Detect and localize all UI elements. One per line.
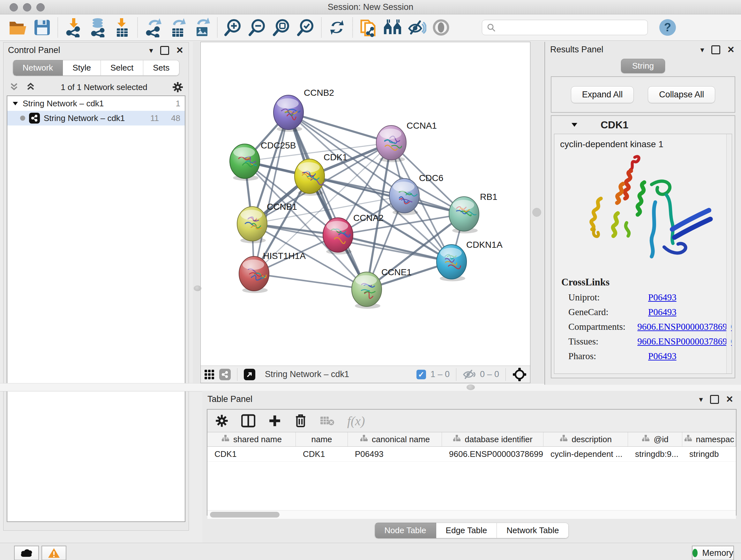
right-splitter-knob[interactable]	[532, 208, 541, 217]
network-node-CDC25B[interactable]	[230, 144, 260, 181]
crosslink-link[interactable]: P06493	[648, 351, 677, 361]
network-node-HIST1H1A[interactable]	[239, 256, 269, 293]
column-header-database-identifier[interactable]: database identifier	[442, 432, 543, 446]
network-node-CDKN1A[interactable]	[436, 245, 467, 281]
expand-all-button[interactable]: Expand All	[571, 86, 634, 103]
tab-select[interactable]: Select	[101, 60, 143, 76]
tab-network-table[interactable]: Network Table	[497, 523, 569, 538]
network-edge-CCNB2-HIST1H1A[interactable]	[254, 112, 288, 273]
minimize-window-button[interactable]	[23, 3, 31, 11]
export-table-button[interactable]	[165, 16, 190, 39]
table-cell[interactable]: CDK1	[207, 447, 296, 461]
string-docs-button[interactable]	[356, 16, 381, 39]
network-canvas[interactable]: CCNB2CCNA1CDC25BCDK1CDC6RB1CCNB1CCNA2CDK…	[201, 42, 530, 366]
delete-table-icon[interactable]	[320, 415, 334, 427]
zoom-fit-button[interactable]	[269, 16, 293, 39]
control-panel-float-button[interactable]: ▾	[149, 46, 153, 55]
results-scrollbar[interactable]	[726, 134, 731, 374]
column-header-namespac[interactable]: namespac	[682, 432, 736, 446]
network-edge-CCNB2-CCNE1[interactable]	[288, 112, 367, 289]
home-ontology-button[interactable]	[381, 16, 405, 39]
table-settings-gear-icon[interactable]	[215, 414, 228, 428]
cloud-status-button[interactable]	[14, 546, 39, 560]
add-column-icon[interactable]	[268, 414, 281, 428]
control-panel-close-button[interactable]: ✕	[176, 45, 184, 56]
table-panel-float-button[interactable]: ▾	[699, 395, 703, 404]
zoom-out-button[interactable]	[245, 16, 269, 39]
results-panel-float-button[interactable]: ▾	[700, 45, 704, 54]
scrollbar-thumb[interactable]	[210, 512, 280, 517]
detach-view-icon[interactable]	[244, 369, 255, 380]
import-table-button[interactable]	[110, 16, 134, 39]
zoom-in-button[interactable]	[221, 16, 245, 39]
window-controls[interactable]	[10, 3, 45, 11]
memory-button[interactable]: Memory	[692, 546, 734, 560]
grid-view-icon[interactable]	[204, 369, 215, 380]
tab-string[interactable]: String	[621, 59, 665, 73]
zoom-selected-button[interactable]	[293, 16, 318, 39]
table-cell[interactable]: CDK1	[296, 447, 348, 461]
tab-sets[interactable]: Sets	[143, 60, 179, 76]
bird-eye-toggle-icon[interactable]	[512, 367, 527, 382]
network-node-CCNB1[interactable]	[237, 206, 267, 243]
horizontal-splitter-knob[interactable]	[467, 384, 475, 390]
column-header-canonical-name[interactable]: canonical name	[348, 432, 442, 446]
crosslink-link[interactable]: P06493	[648, 307, 677, 317]
tab-style[interactable]: Style	[63, 60, 101, 76]
search-input[interactable]	[499, 22, 643, 33]
show-columns-icon[interactable]	[241, 414, 255, 428]
close-window-button[interactable]	[10, 3, 18, 11]
table-cell[interactable]: 9606.ENSP00000378699	[442, 447, 543, 461]
table-cell[interactable]: stringdb	[682, 447, 736, 461]
tab-network[interactable]: Network	[13, 60, 63, 76]
network-edge-CCNB2-CCNA1[interactable]	[288, 112, 391, 143]
tree-expand-triangle-icon[interactable]	[12, 100, 19, 107]
network-edge-HIST1H1A-CCNE1[interactable]	[254, 273, 367, 289]
import-network-button[interactable]	[61, 16, 85, 39]
open-session-button[interactable]	[6, 16, 30, 39]
network-node-CCNA1[interactable]	[376, 125, 406, 162]
help-button[interactable]: ?	[656, 16, 680, 39]
left-splitter-knob[interactable]	[194, 286, 201, 291]
column-header-name[interactable]: name	[296, 432, 348, 446]
network-node-CCNE1[interactable]	[352, 272, 382, 309]
export-network-button[interactable]	[141, 16, 165, 39]
protein-collapse-triangle-icon[interactable]	[570, 121, 578, 129]
export-image-button[interactable]	[190, 16, 214, 39]
table-panel-maximize-button[interactable]	[710, 395, 719, 404]
tab-node-table[interactable]: Node Table	[375, 523, 436, 538]
crosslink-link[interactable]: 9606.ENSP00000378699	[637, 321, 732, 332]
selected-count-checkbox[interactable]: ✓	[416, 370, 426, 379]
column-header-shared-name[interactable]: shared name	[207, 432, 296, 446]
refresh-layout-button[interactable]	[325, 16, 349, 39]
crosslink-link[interactable]: P06493	[648, 292, 677, 303]
hide-unhide-button[interactable]	[405, 16, 429, 39]
table-cell[interactable]: cyclin-dependent ...	[543, 447, 628, 461]
column-header-@id[interactable]: @id	[628, 432, 682, 446]
function-builder-icon[interactable]: f(x)	[347, 414, 365, 428]
table-horizontal-scrollbar[interactable]	[207, 510, 736, 519]
tab-edge-table[interactable]: Edge Table	[436, 523, 497, 538]
table-panel-close-button[interactable]: ✕	[726, 394, 733, 405]
maximize-window-button[interactable]	[37, 3, 45, 11]
collapse-all-button[interactable]: Collapse All	[648, 86, 715, 103]
left-splitter[interactable]	[193, 42, 200, 383]
results-panel-close-button[interactable]: ✕	[727, 44, 735, 55]
results-panel-maximize-button[interactable]	[711, 45, 720, 54]
network-node-CCNB2[interactable]	[273, 95, 304, 132]
toggle-bird-eye-button[interactable]	[429, 16, 453, 39]
network-row[interactable]: String Network – cdk1 11 48	[7, 111, 185, 125]
control-panel-maximize-button[interactable]	[160, 46, 169, 55]
network-node-RB1[interactable]	[449, 197, 479, 233]
crosslink-link[interactable]: 9606.ENSP00000378699	[637, 336, 732, 347]
save-session-button[interactable]	[30, 16, 54, 39]
network-options-gear-icon[interactable]	[172, 81, 184, 93]
hidden-eye-slash-icon[interactable]	[463, 369, 475, 380]
table-cell[interactable]: P06493	[348, 447, 442, 461]
table-row[interactable]: CDK1CDK1P064939606.ENSP00000378699cyclin…	[207, 447, 736, 462]
delete-column-icon[interactable]	[294, 414, 307, 428]
collapse-all-icon[interactable]	[9, 82, 19, 92]
toolbar-search[interactable]	[482, 20, 648, 35]
import-database-button[interactable]	[85, 16, 110, 39]
expand-all-icon[interactable]	[25, 82, 36, 92]
